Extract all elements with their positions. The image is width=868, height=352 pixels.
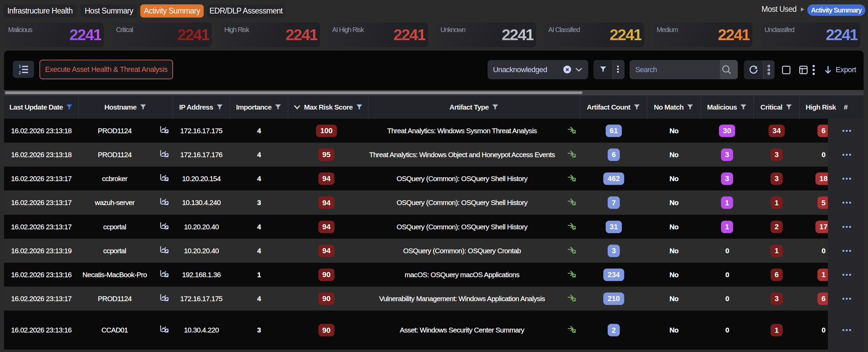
svg-text:2: 2 [19, 70, 21, 75]
svg-text:1: 1 [19, 64, 21, 69]
